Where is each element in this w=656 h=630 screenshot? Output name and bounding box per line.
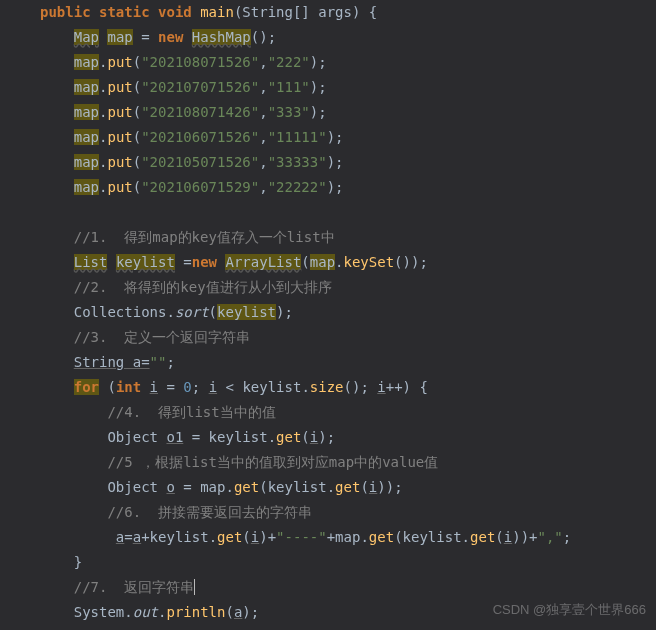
keyword-for: for <box>74 379 99 395</box>
line: Object o1 = keylist.get(i); <box>40 429 335 445</box>
line: //7. 返回字符串 <box>40 579 195 595</box>
watermark: CSDN @独享壹个世界666 <box>493 597 646 622</box>
line: //4. 得到list当中的值 <box>40 404 276 420</box>
keyword-new: new <box>192 254 217 270</box>
line: //3. 定义一个返回字符串 <box>40 329 250 345</box>
line: //1. 得到map的key值存入一个list中 <box>40 229 335 245</box>
line: public static void main(String[] args) { <box>40 4 377 20</box>
line: String a=""; <box>40 354 175 370</box>
line: //2. 将得到的key值进行从小到大排序 <box>40 279 332 295</box>
line: //6. 拼接需要返回去的字符串 <box>40 504 312 520</box>
line: Collections.sort(keylist); <box>40 304 293 320</box>
comment: //3. 定义一个返回字符串 <box>74 329 251 345</box>
keyword-void: void <box>158 4 192 20</box>
line: a=a+keylist.get(i)+"----"+map.get(keylis… <box>40 529 571 545</box>
code-editor[interactable]: public static void main(String[] args) {… <box>0 0 656 625</box>
line: map.put("202106071526","11111"); <box>40 129 344 145</box>
comment: //5 ，根据list当中的值取到对应map中的value值 <box>107 454 438 470</box>
text-cursor <box>194 579 195 595</box>
line: } <box>40 554 82 570</box>
line: Map map = new HashMap(); <box>40 29 276 45</box>
line: for (int i = 0; i < keylist.size(); i++)… <box>40 379 428 395</box>
line: System.out.println(a); <box>40 604 259 620</box>
method-main: main <box>200 4 234 20</box>
line: List keylist =new ArrayList(map.keySet()… <box>40 254 428 270</box>
param-args: args <box>318 4 352 20</box>
type-arraylist: ArrayList <box>225 254 301 270</box>
var-map: map <box>107 29 132 45</box>
type-string: String <box>242 4 293 20</box>
keyword-int: int <box>116 379 141 395</box>
keyword-new: new <box>158 29 183 45</box>
comment: //7. 返回字符串 <box>74 579 195 595</box>
line: map.put("202108071526","222"); <box>40 54 327 70</box>
keyword-static: static <box>99 4 150 20</box>
line: Object o = map.get(keylist.get(i)); <box>40 479 403 495</box>
type-list: List <box>74 254 108 270</box>
line: map.put("202105071526","33333"); <box>40 154 344 170</box>
var-keylist: keylist <box>116 254 175 270</box>
comment: //6. 拼接需要返回去的字符串 <box>107 504 312 520</box>
type-hashmap: HashMap <box>192 29 251 45</box>
blank-line <box>40 204 48 220</box>
comment: //4. 得到list当中的值 <box>107 404 275 420</box>
type-map: Map <box>74 29 99 45</box>
line: map.put("202106071529","22222"); <box>40 179 344 195</box>
keyword-public: public <box>40 4 91 20</box>
line: //5 ，根据list当中的值取到对应map中的value值 <box>40 454 438 470</box>
comment: //1. 得到map的key值存入一个list中 <box>74 229 335 245</box>
comment: //2. 将得到的key值进行从小到大排序 <box>74 279 332 295</box>
line: map.put("202107071526","111"); <box>40 79 327 95</box>
line: map.put("202108071426","333"); <box>40 104 327 120</box>
